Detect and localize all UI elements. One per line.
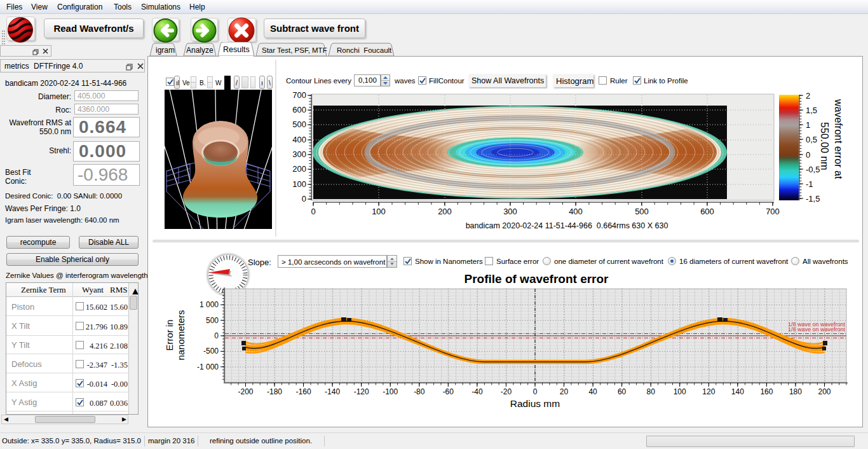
svg-text:550.00 nm: 550.00 nm	[819, 122, 830, 170]
svg-text:-1 000: -1 000	[197, 363, 219, 371]
svg-text:1 000: 1 000	[200, 300, 219, 309]
svg-text:Radius mm: Radius mm	[510, 398, 560, 409]
svg-text:100: 100	[292, 179, 306, 189]
svg-text:300: 300	[292, 149, 306, 159]
svg-text:400: 400	[569, 207, 583, 216]
svg-text:-140: -140	[325, 387, 340, 396]
svg-text:700: 700	[766, 207, 780, 216]
svg-text:-80: -80	[414, 387, 425, 396]
svg-text:700: 700	[292, 90, 306, 100]
svg-text:Error in: Error in	[164, 319, 175, 350]
svg-text:Analyze: Analyze	[186, 46, 214, 55]
svg-text:-200: -200	[238, 387, 253, 396]
svg-text:500: 500	[635, 207, 649, 216]
svg-text:-60: -60	[443, 387, 454, 396]
svg-text:-1,5: -1,5	[806, 194, 820, 204]
svg-text:-40: -40	[471, 387, 483, 396]
svg-text:160: 160	[760, 387, 773, 396]
svg-text:Results: Results	[223, 45, 250, 54]
svg-text:200: 200	[292, 164, 306, 174]
svg-text:100: 100	[674, 387, 686, 396]
svg-text:2: 2	[806, 91, 810, 100]
svg-text:igram: igram	[156, 46, 175, 55]
svg-text:0,5: 0,5	[806, 135, 817, 144]
svg-text:-180: -180	[267, 387, 282, 396]
svg-text:-1: -1	[806, 179, 813, 189]
svg-text:0: 0	[311, 207, 315, 216]
svg-text:140: 140	[731, 387, 744, 396]
svg-text:-0,5: -0,5	[806, 165, 820, 174]
svg-text:-160: -160	[296, 387, 311, 396]
svg-text:400: 400	[292, 135, 306, 144]
svg-text:40: 40	[588, 387, 597, 396]
svg-text:500: 500	[292, 120, 306, 129]
svg-text:-100: -100	[383, 387, 398, 396]
svg-text:200: 200	[438, 207, 452, 216]
svg-text:0: 0	[806, 150, 810, 160]
svg-text:Ronchi Foucault: Ronchi Foucault	[337, 46, 392, 54]
svg-text:0: 0	[214, 331, 219, 340]
svg-text:-20: -20	[501, 387, 512, 396]
svg-text:20: 20	[560, 387, 569, 396]
svg-text:1/8 wave on wavefront: 1/8 wave on wavefront	[788, 326, 846, 333]
svg-text:200: 200	[818, 387, 831, 396]
svg-text:500: 500	[206, 316, 219, 325]
svg-text:300: 300	[503, 207, 517, 216]
svg-text:120: 120	[702, 387, 715, 396]
svg-text:-500: -500	[203, 347, 219, 356]
svg-text:180: 180	[789, 387, 802, 396]
svg-text:1: 1	[806, 120, 810, 130]
svg-text:80: 80	[647, 387, 656, 396]
svg-text:1,5: 1,5	[806, 106, 817, 115]
svg-text:60: 60	[618, 387, 627, 396]
svg-text:-120: -120	[354, 387, 369, 396]
svg-text:bandicam 2020-02-24 11-51-44-9: bandicam 2020-02-24 11-51-44-966 0.664rm…	[466, 221, 668, 230]
svg-text:wavefront error at: wavefront error at	[833, 99, 844, 179]
svg-text:100: 100	[372, 207, 386, 216]
svg-text:0: 0	[302, 194, 306, 204]
svg-text:Star Test, PSF, MTF: Star Test, PSF, MTF	[262, 46, 327, 54]
svg-text:600: 600	[700, 207, 714, 216]
svg-text:0: 0	[533, 387, 538, 396]
svg-text:nanometers: nanometers	[175, 310, 186, 360]
svg-text:600: 600	[292, 105, 306, 114]
